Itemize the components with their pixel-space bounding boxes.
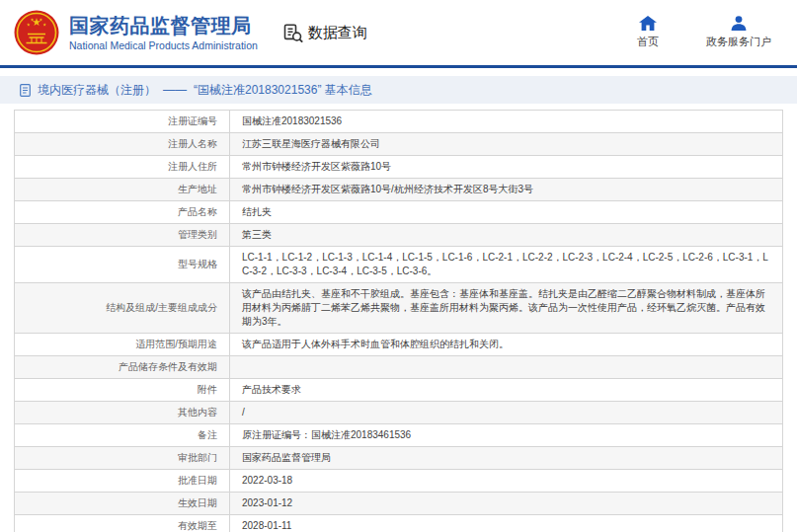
row-value: /	[230, 402, 783, 424]
row-label: 注册人住所	[15, 156, 230, 179]
nav-home[interactable]: 首页	[637, 16, 659, 49]
table-row-product-name: 产品名称 结扎夹	[15, 201, 783, 224]
table-row-approval-department: 审批部门 国家药品监督管理局	[15, 447, 783, 470]
row-label: 生产地址	[15, 179, 230, 201]
row-label: 产品储存条件及有效期	[15, 356, 230, 379]
row-label: 审批部门	[15, 447, 230, 470]
row-label: 注册证编号	[15, 111, 230, 133]
row-value: 该产品适用于人体外科手术时血管和体腔组织的结扎和关闭。	[230, 334, 783, 356]
breadcrumb-current: “国械注准20183021536” 基本信息	[194, 82, 372, 99]
national-emblem-icon	[14, 10, 59, 55]
table-row-effective-date: 生效日期 2023-01-12	[15, 493, 783, 515]
table-row-expiry-date: 有效期至 2028-01-11	[15, 515, 783, 532]
row-value: 国械注准20183021536	[230, 111, 783, 133]
home-icon	[639, 16, 657, 31]
data-query-nav[interactable]: 数据查询	[283, 24, 367, 42]
table-row-storage-conditions: 产品储存条件及有效期	[15, 356, 783, 379]
nav-portal-label: 政务服务门户	[706, 35, 771, 49]
row-label: 结构及组成/主要组成成分	[15, 283, 230, 334]
site-subtitle: National Medical Products Administration	[69, 39, 258, 51]
row-value: 2028-01-11	[230, 515, 783, 532]
row-value: 产品技术要求	[230, 379, 783, 402]
row-value	[230, 356, 783, 379]
row-label: 管理类别	[15, 224, 230, 247]
data-query-icon	[283, 24, 303, 42]
row-label: 适用范围/预期用途	[15, 334, 230, 356]
table-row-production-address: 生产地址 常州市钟楼经济开发区紫薇路10号/杭州经济技术开发区8号大街3号	[15, 179, 783, 201]
breadcrumb-section[interactable]: 境内医疗器械（注册）	[38, 82, 156, 99]
row-label: 产品名称	[15, 201, 230, 224]
info-table: 注册证编号 国械注准20183021536 注册人名称 江苏三联星海医疗器械有限…	[14, 110, 783, 532]
user-icon	[731, 16, 747, 31]
document-icon	[20, 84, 31, 97]
row-label: 型号规格	[15, 247, 230, 283]
table-row-registrant-address: 注册人住所 常州市钟楼经济开发区紫薇路10号	[15, 156, 783, 179]
row-value: 常州市钟楼经济开发区紫薇路10号/杭州经济技术开发区8号大街3号	[230, 179, 783, 201]
row-value: LC-1-1，LC-1-2，LC-1-3，LC-1-4，LC-1-5，LC-1-…	[230, 247, 783, 283]
table-row-attachment: 附件 产品技术要求	[15, 379, 783, 402]
row-value: 国家药品监督管理局	[230, 447, 783, 470]
info-table-body: 注册证编号 国械注准20183021536 注册人名称 江苏三联星海医疗器械有限…	[15, 111, 783, 532]
row-label: 生效日期	[15, 493, 230, 515]
row-label: 注册人名称	[15, 133, 230, 156]
row-value: 该产品由结扎夹、基座和不干胶组成。基座包含：基座体和基座盖。结扎夹是由乙醛缩二乙…	[230, 283, 783, 334]
data-query-label: 数据查询	[308, 24, 367, 42]
row-label: 批准日期	[15, 470, 230, 493]
site-title-block: 国家药品监督管理局 National Medical Products Admi…	[69, 14, 258, 51]
breadcrumb-separator: ——	[163, 83, 187, 97]
table-row-management-class: 管理类别 第三类	[15, 224, 783, 247]
table-row-intended-use: 适用范围/预期用途 该产品适用于人体外科手术时血管和体腔组织的结扎和关闭。	[15, 334, 783, 356]
breadcrumb: 境内医疗器械（注册） —— “国械注准20183021536” 基本信息	[0, 76, 797, 104]
table-row-structure-composition: 结构及组成/主要组成成分 该产品由结扎夹、基座和不干胶组成。基座包含：基座体和基…	[15, 283, 783, 334]
table-row-other-content: 其他内容 /	[15, 402, 783, 424]
table-row-registrant-name: 注册人名称 江苏三联星海医疗器械有限公司	[15, 133, 783, 156]
row-value: 2022-03-18	[230, 470, 783, 493]
row-value: 2023-01-12	[230, 493, 783, 515]
row-value: 原注册证编号：国械注准20183461536	[230, 424, 783, 447]
row-value: 第三类	[230, 224, 783, 247]
row-label: 其他内容	[15, 402, 230, 424]
row-label: 有效期至	[15, 515, 230, 532]
nav-portal[interactable]: 政务服务门户	[706, 16, 771, 49]
row-label: 备注	[15, 424, 230, 447]
row-value: 江苏三联星海医疗器械有限公司	[230, 133, 783, 156]
table-row-remarks: 备注 原注册证编号：国械注准20183461536	[15, 424, 783, 447]
table-row-model-specs: 型号规格 LC-1-1，LC-1-2，LC-1-3，LC-1-4，LC-1-5，…	[15, 247, 783, 283]
row-value: 结扎夹	[230, 201, 783, 224]
row-label: 附件	[15, 379, 230, 402]
site-title: 国家药品监督管理局	[69, 14, 258, 38]
table-row-reg-number: 注册证编号 国械注准20183021536	[15, 111, 783, 133]
nav-home-label: 首页	[637, 35, 659, 49]
site-header: 国家药品监督管理局 National Medical Products Admi…	[0, 0, 797, 68]
row-value: 常州市钟楼经济开发区紫薇路10号	[230, 156, 783, 179]
table-row-approval-date: 批准日期 2022-03-18	[15, 470, 783, 493]
